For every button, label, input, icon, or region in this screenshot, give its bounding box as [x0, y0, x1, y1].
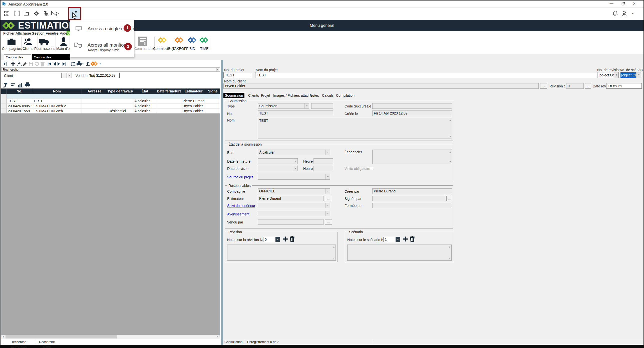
minimize-button[interactable]: — [606, 1, 616, 5]
grid-header-no[interactable]: No. [7, 89, 32, 94]
revision-notes-textarea[interactable]: ▲ ▼ [227, 245, 336, 261]
echeancier-textarea[interactable]: ▲ ▼ [372, 150, 452, 164]
menu-affichage[interactable]: Affichage [16, 31, 31, 35]
nav-prev-icon[interactable] [53, 61, 56, 67]
constructbuy-label[interactable]: ConstructBuy [153, 47, 174, 51]
grid-filter-row[interactable] [1, 94, 220, 98]
suivi-du-superieur-link[interactable]: Suivi du supérieur [227, 204, 255, 208]
print-chevron-down-icon[interactable]: ▾ [82, 63, 84, 65]
scrollbar-thumb[interactable] [6, 335, 117, 338]
grid-header-estimateur[interactable]: Estimateur [181, 89, 206, 94]
tab-recherche-soumission[interactable]: Recherche soumission [2, 339, 35, 344]
scroll-up-icon[interactable]: ▲ [449, 151, 451, 153]
profile-person-icon[interactable] [621, 10, 627, 17]
refresh-icon[interactable] [70, 61, 76, 67]
revision-no-combo[interactable]: [object Object] ▼ [597, 72, 619, 78]
takeoff-chevron-down-icon[interactable]: ▾ [178, 50, 180, 53]
menu-gestion[interactable]: Gestion [32, 31, 45, 35]
table-row[interactable]: TEST TEST À calculer Pierre Durand [1, 98, 220, 103]
source-du-projet-combo[interactable]: ▾ [258, 174, 330, 180]
chart-icon[interactable] [18, 82, 23, 88]
compagnies-briefcase-icon[interactable] [7, 37, 17, 46]
compagnies-label[interactable]: Compagnies [2, 47, 22, 51]
chevron-down-icon[interactable]: ▾ [326, 150, 330, 155]
clients-label[interactable]: Clients [23, 47, 33, 51]
etat-combo[interactable]: À calculer▾ [258, 150, 330, 155]
chevron-down-icon[interactable]: ▾ [275, 237, 280, 242]
date-rev-input[interactable]: En cours [606, 83, 642, 89]
scroll-right-icon[interactable]: ► [217, 336, 219, 338]
chevron-down-icon[interactable]: ▾ [326, 174, 330, 179]
add-scenario-icon[interactable] [402, 236, 408, 242]
scenario-no-combo[interactable]: [object Object] ▼ [620, 72, 641, 78]
restore-button[interactable] [621, 2, 625, 6]
clients-people-icon[interactable] [23, 37, 32, 46]
filter-funnel-icon[interactable] [3, 82, 9, 88]
client-clear-button[interactable]: X [67, 73, 72, 78]
grid-header-adresse[interactable]: Adresse [82, 89, 107, 94]
chevron-down-icon[interactable]: ▼ [614, 72, 618, 78]
revision-notes-combo[interactable]: 0▾ [263, 237, 280, 242]
grid-header-type[interactable]: Type de travaux [107, 89, 133, 94]
tab-compilation[interactable]: Compilation [335, 93, 356, 98]
project-name-input[interactable]: TEST [255, 72, 609, 78]
chevron-down-icon[interactable]: ▾ [326, 203, 330, 208]
delete-scenario-trash-icon[interactable] [409, 236, 415, 242]
menu-fichier[interactable]: Fichier [3, 31, 15, 35]
suivi-du-superieur-combo[interactable]: ▾ [258, 203, 330, 208]
panel-splitter[interactable] [221, 60, 223, 345]
scroll-left-icon[interactable]: ◄ [2, 336, 4, 338]
scroll-down-icon[interactable]: ▼ [449, 161, 451, 163]
exit-door-icon[interactable] [2, 61, 8, 67]
menu-item-all-monitors[interactable]: Across all monitors Adapt Display Size 2 [70, 39, 134, 55]
client-revision-lookup-button[interactable]: ... [585, 83, 591, 89]
vendu-par-lookup-button[interactable]: ... [325, 219, 332, 225]
signee-par-lookup-button[interactable]: ... [446, 196, 452, 201]
files-folder-icon[interactable] [24, 11, 29, 16]
scroll-down-icon[interactable]: ▼ [449, 135, 451, 138]
main-doeuvre-worker-icon[interactable] [59, 37, 68, 46]
tab-notes[interactable]: Notes [308, 93, 320, 98]
tab-gestion-des-items[interactable]: Gestion des items × [4, 54, 31, 60]
table-row[interactable]: 23-0426-0905-1 ESTIMATION Web-2 À calcul… [1, 103, 220, 108]
project-no-input[interactable]: TEST [223, 72, 252, 78]
bid-label[interactable]: BID [189, 47, 195, 51]
import-icon[interactable] [17, 61, 22, 67]
grid-header-signe[interactable]: Signé [206, 89, 220, 94]
grid-header-date-fermeture[interactable]: Date fermeture [157, 89, 181, 94]
takeoff-diamonds-icon[interactable] [175, 38, 184, 43]
scenario-notes-textarea[interactable]: ▲ ▼ [347, 245, 452, 261]
tab-recherche-client[interactable]: Recherche client [35, 339, 59, 344]
bid-diamonds-icon[interactable] [188, 38, 197, 43]
grid-header-etat[interactable]: État [133, 89, 157, 94]
menu-item-single-monitor[interactable]: Across a single monitor 1 [70, 20, 134, 36]
chevron-down-icon[interactable]: ▾ [396, 237, 400, 242]
scroll-down-icon[interactable]: ▼ [449, 257, 451, 260]
time-diamonds-icon[interactable] [200, 38, 209, 43]
menu-aide[interactable]: Aide [60, 31, 67, 35]
scroll-up-icon[interactable]: ▲ [449, 119, 451, 121]
constructbuy-diamonds-icon[interactable] [159, 38, 168, 43]
table-row[interactable]: 23-0420-1559 ESTIMATION Web Résidentiel … [1, 108, 220, 113]
avertissement-combo[interactable]: ▾ [258, 211, 330, 216]
grid-header-nom[interactable]: Nom [32, 89, 82, 94]
pin-icon[interactable] [216, 68, 219, 71]
tab-projet[interactable]: Projet [259, 93, 272, 98]
export-upload-icon[interactable] [85, 61, 91, 67]
tab-clients[interactable]: Clients [247, 93, 260, 98]
chevron-down-icon[interactable]: ▾ [326, 211, 330, 216]
edit-pencil-icon[interactable] [23, 61, 28, 67]
scenario-notes-combo[interactable]: 1▾ [383, 237, 400, 242]
nom-textarea[interactable]: TEST ▲ ▼ [258, 118, 452, 139]
nav-last-icon[interactable] [62, 61, 67, 67]
fournisseurs-truck-icon[interactable] [39, 38, 50, 46]
brand-chevron-down-icon[interactable]: ▾ [100, 63, 101, 65]
row-selector[interactable] [1, 94, 7, 98]
fournisseurs-label[interactable]: Fournisseurs [34, 47, 55, 51]
client-lookup-button[interactable]: ... [540, 83, 547, 89]
source-du-projet-link[interactable]: Source du projet [227, 175, 253, 179]
chevron-down-icon[interactable]: ▾ [326, 189, 330, 194]
close-button[interactable]: ✕ [632, 1, 636, 6]
windows-icon[interactable] [14, 11, 20, 16]
chevron-down-icon[interactable]: ▼ [636, 72, 641, 78]
